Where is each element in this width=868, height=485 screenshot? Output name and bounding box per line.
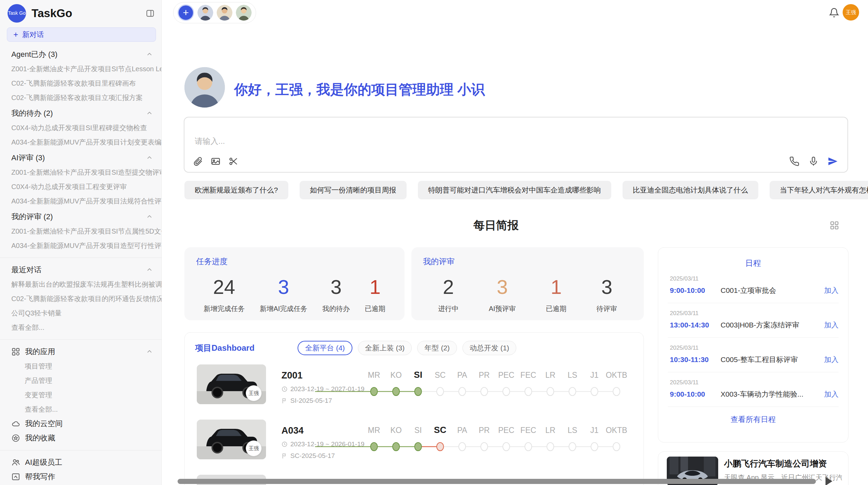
svg-text:OKTB: OKTB (606, 426, 627, 435)
section-agent-done[interactable]: Agent已办 (3) (0, 47, 161, 62)
cloud-space-icon (11, 419, 20, 428)
sidebar-item[interactable]: C02-飞腾新能源轻客改款项目立项汇报方案 (0, 90, 161, 105)
sidebar-item[interactable]: Z001-全新燃油轻卡产品开发项目SI节点属性5D文件评审 (0, 224, 161, 238)
dashboard-tabs: 全新平台 (4) 全新上装 (3) 年型 (2) 动总开发 (1) (298, 341, 516, 355)
user-avatar[interactable]: 王强 (843, 4, 859, 21)
sidebar-item[interactable]: C02-飞腾新能源轻客改款项目里程碑画布 (0, 76, 161, 90)
suggestion-chip[interactable]: 比亚迪全固态电池计划具体说了什么 (623, 181, 758, 199)
paperclip-icon[interactable] (193, 156, 203, 166)
microphone-icon[interactable] (808, 156, 819, 166)
my-reviews-card: 我的评审 2 进行中 3 AI预评审 1 已逾期 3 待评审 (411, 247, 644, 320)
project-row-z001[interactable]: 王强 Z001 2023-12-19 ~ 2027-01-19 SI-2025-… (185, 363, 644, 418)
schedule-date: 2025/03/11 (670, 379, 839, 386)
next-arrow-icon[interactable] (825, 477, 832, 485)
schedule-item: 2025/03/11 9:00-10:00 C001-立项审批会 加入 (668, 269, 839, 303)
join-button[interactable]: 加入 (824, 355, 839, 364)
panel-toggle-icon (146, 9, 155, 18)
input-attachments (193, 156, 239, 166)
suggestion-chip[interactable]: 欧洲新规最近颁布了什么? (184, 181, 288, 199)
card-title: 任务进度 (196, 256, 393, 267)
sidebar-item[interactable]: C0X4-动力总成开发项目工程变更评审 (0, 179, 161, 194)
sidebar-header: Task Go TaskGo (0, 0, 161, 25)
schedule-item: 2025/03/11 13:00-14:30 C003|H0B-方案冻结评审 加… (668, 303, 839, 338)
svg-text:LS: LS (568, 371, 577, 380)
sidebar-item[interactable]: C0X4-动力总成开发项目SI里程碑提交物检查 (0, 121, 161, 135)
section-my-todo[interactable]: 我的待办 (2) (0, 106, 161, 121)
stat-label: 我的待办 (322, 304, 350, 313)
agent-avatar-3[interactable] (236, 5, 252, 21)
project-name: A034 (281, 425, 304, 436)
chevron-up-icon (146, 266, 153, 274)
tab-model-year[interactable]: 年型 (2) (417, 341, 457, 355)
project-owner-badge: 王强 (246, 440, 262, 456)
new-chat-button[interactable]: + 新对话 (7, 27, 156, 42)
image-icon[interactable] (210, 156, 221, 166)
project-row-a034[interactable]: 王强 A034 2023-12-19 ~ 2026-01-19 SC-2025-… (185, 418, 644, 473)
star-circle-icon (11, 434, 20, 443)
stat-my-todo: 3 我的待办 (322, 276, 350, 313)
project-owner-badge: 王强 (246, 385, 262, 401)
sidebar-item-ai-super-staff[interactable]: AI超级员工 (0, 455, 161, 470)
people-icon (11, 458, 20, 467)
horizontal-scrollbar-thumb[interactable] (178, 479, 816, 484)
schedule-event-title: C003|H0B-方案冻结评审 (721, 320, 824, 330)
view-all-schedules-link[interactable]: 查看所有日程 (668, 414, 839, 425)
stat-value: 3 (596, 276, 617, 299)
chevron-up-icon (146, 154, 153, 162)
section-title: 最近对话 (11, 265, 41, 275)
divider (0, 339, 161, 340)
sidebar-collapse-button[interactable] (144, 8, 156, 19)
chat-input[interactable]: 请输入... (184, 117, 848, 173)
sidebar-item[interactable]: Z001-全新燃油轻卡产品开发项目SI造型提交物评审 (0, 165, 161, 179)
sidebar-item[interactable]: A034-全新新能源MUV产品开发项目法规符合性评审 (0, 194, 161, 208)
sidebar-item[interactable]: Z001-全新燃油皮卡产品开发项目SI节点Lesson Learn报告 (0, 62, 161, 76)
suggestion-chip[interactable]: 如何写一份清晰的项目周报 (300, 181, 407, 199)
suggestion-chip[interactable]: 特朗普可能对进口汽车增税会对中国车企造成哪些影响 (418, 181, 611, 199)
apps-view-all[interactable]: 查看全部... (0, 402, 161, 416)
recent-chat-item[interactable]: 解释最新出台的欧盟报废车法规再生塑料比例被调至15%... (0, 277, 161, 291)
join-button[interactable]: 加入 (824, 389, 839, 399)
sidebar-item-help-write[interactable]: 帮我写作 (0, 470, 161, 484)
app-logo: Task Go (8, 4, 26, 23)
agent-avatar-1[interactable] (197, 5, 213, 21)
stat-in-progress: 2 进行中 (438, 276, 459, 313)
tab-all-new-platform[interactable]: 全新平台 (4) (298, 341, 352, 355)
stat-label: 待评审 (596, 304, 617, 313)
app-item-product-mgmt[interactable]: 产品管理 (0, 373, 161, 388)
phone-icon[interactable] (789, 156, 799, 166)
sidebar-item[interactable]: A034-全新新能源MUV产品开发项目造型可行性评审 (0, 238, 161, 253)
agent-avatar-2[interactable] (217, 5, 232, 21)
app-item-change-mgmt[interactable]: 变更管理 (0, 388, 161, 402)
send-icon[interactable] (828, 156, 838, 166)
app-item-project-mgmt[interactable]: 项目管理 (0, 359, 161, 373)
recent-view-all[interactable]: 查看全部... (0, 320, 161, 335)
section-title: AI评审 (3) (11, 153, 45, 163)
scissors-icon[interactable] (228, 156, 239, 166)
sidebar-item-favorites[interactable]: 我的收藏 (0, 431, 161, 445)
layout-grid-icon[interactable] (830, 221, 839, 230)
recent-chat-item[interactable]: 公司Q3轻卡销量 (0, 306, 161, 320)
sidebar-item[interactable]: A034-全新新能源MUV产品开发项目计划变更表编写 (0, 135, 161, 149)
svg-text:MR: MR (368, 426, 380, 435)
add-agent-button[interactable]: + (178, 4, 194, 21)
recent-chat-item[interactable]: C02-飞腾新能源轻客改款项目的闭环通告反馈情况 (0, 291, 161, 306)
section-ai-review[interactable]: AI评审 (3) (0, 151, 161, 165)
section-my-review[interactable]: 我的评审 (2) (0, 210, 161, 224)
section-recent-chats[interactable]: 最近对话 (0, 263, 161, 277)
join-button[interactable]: 加入 (824, 320, 839, 330)
join-button[interactable]: 加入 (824, 286, 839, 295)
suggestion-chip[interactable]: 当下年轻人对汽车外观有怎样的喜好趋势 (770, 181, 868, 199)
avatar-illustration (236, 5, 252, 21)
svg-text:SI: SI (414, 426, 422, 435)
tab-all-new-upfit[interactable]: 全新上装 (3) (358, 341, 412, 355)
sidebar-item-cloud-space[interactable]: 我的云空间 (0, 416, 161, 431)
notification-bell-icon[interactable] (829, 8, 839, 18)
flag-icon (281, 453, 288, 459)
app-title: TaskGo (32, 7, 144, 20)
sidebar-item-my-apps[interactable]: 我的应用 (0, 345, 161, 359)
dashboard-title: 项目Dashboard (195, 343, 254, 353)
svg-text:PA: PA (457, 371, 468, 380)
svg-text:OKTB: OKTB (606, 371, 627, 380)
tab-powertrain-dev[interactable]: 动总开发 (1) (462, 341, 517, 355)
svg-text:FEC: FEC (520, 426, 536, 435)
